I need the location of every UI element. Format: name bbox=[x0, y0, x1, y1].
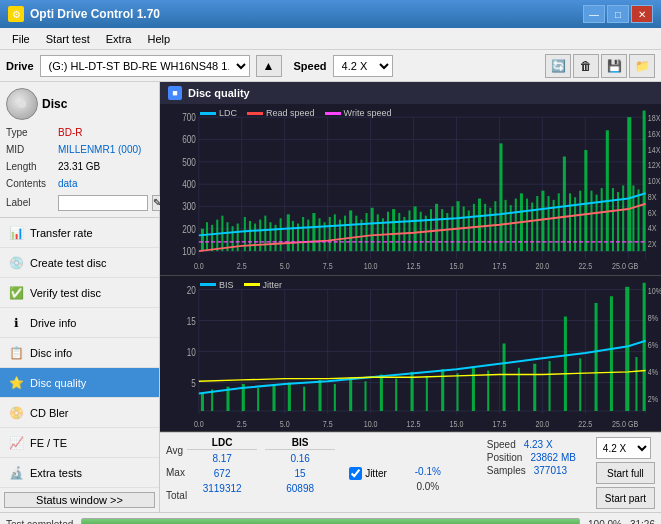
svg-rect-56 bbox=[249, 221, 251, 251]
menu-extra[interactable]: Extra bbox=[98, 31, 140, 47]
disc-mid-value: MILLENMR1 (000) bbox=[58, 141, 141, 158]
menu-start-test[interactable]: Start test bbox=[38, 31, 98, 47]
chart2-svg: 20 15 10 5 10% 8% 6% 4% 2% bbox=[160, 276, 661, 431]
sidebar-item-create-test-disc[interactable]: 💿 Create test disc bbox=[0, 248, 159, 278]
sidebar-item-verify-test-disc[interactable]: ✅ Verify test disc bbox=[0, 278, 159, 308]
chart1-legend: LDC Read speed Write speed bbox=[200, 108, 391, 118]
drive-select[interactable]: (G:) HL-DT-ST BD-RE WH16NS48 1.D3 bbox=[40, 55, 250, 77]
legend-read: Read speed bbox=[247, 108, 315, 118]
svg-text:20.0: 20.0 bbox=[535, 418, 549, 429]
svg-rect-108 bbox=[526, 199, 528, 252]
svg-text:600: 600 bbox=[182, 133, 196, 145]
disc-info-label: Disc info bbox=[30, 347, 72, 359]
title-bar: ⚙ Opti Drive Control 1.70 — □ ✕ bbox=[0, 0, 661, 28]
svg-rect-95 bbox=[457, 201, 460, 251]
sidebar-item-fe-te[interactable]: 📈 FE / TE bbox=[0, 428, 159, 458]
svg-text:8X: 8X bbox=[648, 192, 657, 202]
minimize-button[interactable]: — bbox=[583, 5, 605, 23]
legend-write-color bbox=[325, 112, 341, 115]
svg-rect-58 bbox=[259, 220, 261, 252]
close-button[interactable]: ✕ bbox=[631, 5, 653, 23]
stats-bis-max: 15 bbox=[265, 466, 335, 481]
content-area: ■ Disc quality LDC Read speed bbox=[160, 82, 661, 512]
svg-rect-112 bbox=[548, 196, 550, 251]
refresh-icon[interactable]: 🔄 bbox=[545, 54, 571, 78]
svg-rect-180 bbox=[364, 381, 366, 411]
menu-file[interactable]: File bbox=[4, 31, 38, 47]
sidebar-item-disc-quality[interactable]: ⭐ Disc quality bbox=[0, 368, 159, 398]
speed-select-action[interactable]: 4.2 X bbox=[596, 437, 651, 459]
sidebar-nav: 📊 Transfer rate 💿 Create test disc ✅ Ver… bbox=[0, 218, 159, 488]
disc-type-value: BD-R bbox=[58, 124, 82, 141]
verify-test-disc-label: Verify test disc bbox=[30, 287, 101, 299]
stats-bis-col: BIS 0.16 15 60898 bbox=[265, 437, 335, 509]
stats-ldc-max: 672 bbox=[187, 466, 257, 481]
jitter-checkbox-area: Jitter bbox=[349, 467, 387, 480]
main-layout: Disc Type BD-R MID MILLENMR1 (000) Lengt… bbox=[0, 82, 661, 512]
svg-rect-197 bbox=[625, 287, 629, 411]
maximize-button[interactable]: □ bbox=[607, 5, 629, 23]
svg-text:12X: 12X bbox=[648, 161, 661, 171]
save-icon[interactable]: 📁 bbox=[629, 54, 655, 78]
charts-container: LDC Read speed Write speed bbox=[160, 104, 661, 432]
svg-text:2X: 2X bbox=[648, 239, 657, 249]
svg-text:100: 100 bbox=[182, 245, 196, 257]
start-full-button[interactable]: Start full bbox=[596, 462, 655, 484]
svg-text:16X: 16X bbox=[648, 129, 661, 139]
svg-rect-84 bbox=[398, 213, 400, 251]
svg-text:12.5: 12.5 bbox=[407, 418, 421, 429]
svg-text:5: 5 bbox=[191, 376, 196, 388]
sidebar-item-drive-info[interactable]: ℹ Drive info bbox=[0, 308, 159, 338]
sidebar-item-extra-tests[interactable]: 🔬 Extra tests bbox=[0, 458, 159, 488]
drive-toolbar: Drive (G:) HL-DT-ST BD-RE WH16NS48 1.D3 … bbox=[0, 50, 661, 82]
drive-label: Drive bbox=[6, 60, 34, 72]
app-icon: ⚙ bbox=[8, 6, 24, 22]
status-text: Test completed bbox=[6, 519, 73, 524]
burn-icon[interactable]: 💾 bbox=[601, 54, 627, 78]
sidebar-item-cd-bler[interactable]: 📀 CD Bler bbox=[0, 398, 159, 428]
stats-jitter-col: -0.1% 0.0% bbox=[393, 464, 463, 494]
create-test-disc-label: Create test disc bbox=[30, 257, 106, 269]
svg-text:6%: 6% bbox=[648, 338, 659, 349]
disc-contents-value: data bbox=[58, 175, 77, 192]
sidebar-item-transfer-rate[interactable]: 📊 Transfer rate bbox=[0, 218, 159, 248]
disc-label-input[interactable] bbox=[58, 195, 148, 211]
svg-rect-75 bbox=[349, 210, 352, 251]
svg-rect-173 bbox=[257, 388, 259, 411]
stats-ldc-header: LDC bbox=[187, 437, 257, 450]
svg-text:17.5: 17.5 bbox=[493, 262, 507, 272]
sidebar-item-disc-info[interactable]: 📋 Disc info bbox=[0, 338, 159, 368]
disc-quality-header: ■ Disc quality bbox=[160, 82, 661, 104]
erase-icon[interactable]: 🗑 bbox=[573, 54, 599, 78]
jitter-section: Jitter -0.1% 0.0% bbox=[343, 437, 477, 509]
start-part-button[interactable]: Start part bbox=[596, 487, 655, 509]
stats-row: Avg Max Total LDC 8.17 672 3119312 BIS bbox=[160, 433, 661, 512]
svg-rect-195 bbox=[595, 303, 598, 411]
svg-text:10%: 10% bbox=[648, 284, 661, 295]
svg-rect-115 bbox=[563, 157, 566, 252]
jitter-checkbox[interactable] bbox=[349, 467, 362, 480]
svg-rect-199 bbox=[643, 283, 646, 411]
stats-ldc-total: 3119312 bbox=[187, 481, 257, 496]
toolbar-icons: 🔄 🗑 💾 📁 bbox=[545, 54, 655, 78]
speed-info: Speed 4.23 X Position 23862 MB Samples 3… bbox=[487, 439, 576, 509]
svg-text:17.5: 17.5 bbox=[492, 418, 506, 429]
svg-text:20: 20 bbox=[187, 283, 196, 295]
disc-contents-row: Contents data bbox=[6, 175, 153, 192]
svg-text:22.5: 22.5 bbox=[578, 262, 592, 272]
svg-text:2%: 2% bbox=[648, 392, 659, 403]
samples-row-val: 377013 bbox=[534, 465, 567, 476]
svg-rect-103 bbox=[499, 143, 502, 251]
legend-write: Write speed bbox=[325, 108, 392, 118]
menu-help[interactable]: Help bbox=[139, 31, 178, 47]
disc-type-row: Type BD-R bbox=[6, 124, 153, 141]
eject-button[interactable]: ▲ bbox=[256, 55, 282, 77]
status-window-button[interactable]: Status window >> bbox=[4, 492, 155, 508]
svg-rect-50 bbox=[216, 220, 218, 252]
svg-rect-184 bbox=[426, 376, 428, 411]
svg-text:2.5: 2.5 bbox=[237, 418, 247, 429]
stats-row-label-avg: Avg bbox=[166, 443, 187, 458]
window-controls: — □ ✕ bbox=[583, 5, 653, 23]
speed-select[interactable]: 4.2 X bbox=[333, 55, 393, 77]
svg-rect-189 bbox=[503, 343, 506, 410]
